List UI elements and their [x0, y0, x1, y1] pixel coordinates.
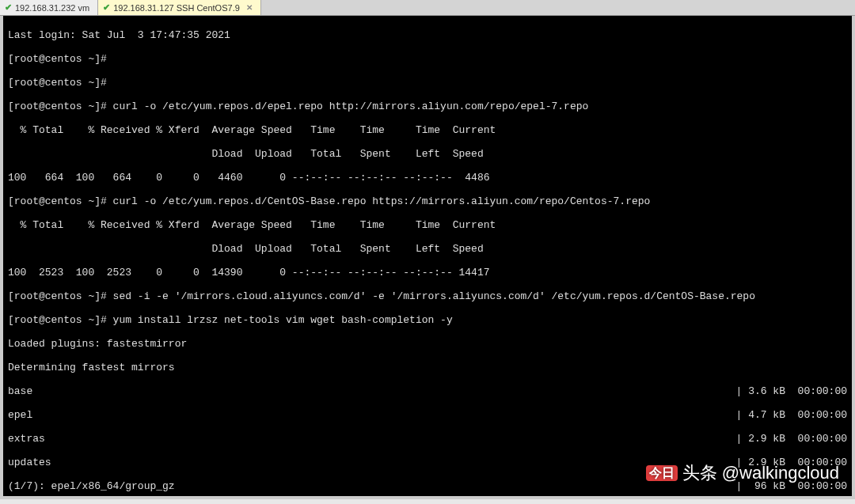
terminal-line: 100 664 100 664 0 0 4460 0 --:--:-- --:-… [8, 172, 847, 184]
terminal-line: Loaded plugins: fastestmirror [8, 338, 847, 350]
tab-ssh-centos[interactable]: ✔ 192.168.31.127 SSH CentOS7.9 ✕ [98, 0, 261, 15]
watermark: 今日 头条 @walkingcloud [646, 461, 839, 485]
tab-vm[interactable]: ✔ 192.168.31.232 vm [0, 0, 98, 15]
progress-row: base| 3.6 kB 00:00:00 [8, 385, 847, 397]
tab-bar: ✔ 192.168.31.232 vm ✔ 192.168.31.127 SSH… [0, 0, 855, 16]
terminal-output[interactable]: Last login: Sat Jul 3 17:47:35 2021 [roo… [0, 16, 855, 499]
progress-row: extras| 2.9 kB 00:00:00 [8, 433, 847, 445]
check-icon: ✔ [5, 2, 12, 13]
check-icon: ✔ [103, 2, 110, 13]
terminal-line: Dload Upload Total Spent Left Speed [8, 148, 847, 160]
terminal-line: [root@centos ~]# yum install lrzsz net-t… [8, 314, 847, 326]
watermark-prefix: 头条 [682, 461, 717, 485]
terminal-line: [root@centos ~]# [8, 53, 847, 65]
toutiao-logo-icon: 今日 [646, 465, 678, 481]
terminal-line: Determining fastest mirrors [8, 362, 847, 373]
terminal-line: [root@centos ~]# curl -o /etc/yum.repos.… [8, 100, 847, 112]
terminal-line: % Total % Received % Xferd Average Speed… [8, 219, 847, 231]
progress-row: epel| 4.7 kB 00:00:00 [8, 409, 847, 421]
terminal-line: Dload Upload Total Spent Left Speed [8, 243, 847, 255]
terminal-line: 100 2523 100 2523 0 0 14390 0 --:--:-- -… [8, 267, 847, 279]
terminal-line: Last login: Sat Jul 3 17:47:35 2021 [8, 29, 847, 41]
close-icon[interactable]: ✕ [246, 3, 253, 12]
watermark-handle: @walkingcloud [722, 463, 839, 483]
terminal-line: [root@centos ~]# [8, 77, 847, 89]
terminal-line: [root@centos ~]# curl -o /etc/yum.repos.… [8, 195, 847, 207]
terminal-line: [root@centos ~]# sed -i -e '/mirrors.clo… [8, 290, 847, 302]
terminal-line: % Total % Received % Xferd Average Speed… [8, 124, 847, 136]
tab-label: 192.168.31.232 vm [15, 3, 89, 13]
tab-label: 192.168.31.127 SSH CentOS7.9 [113, 3, 240, 13]
